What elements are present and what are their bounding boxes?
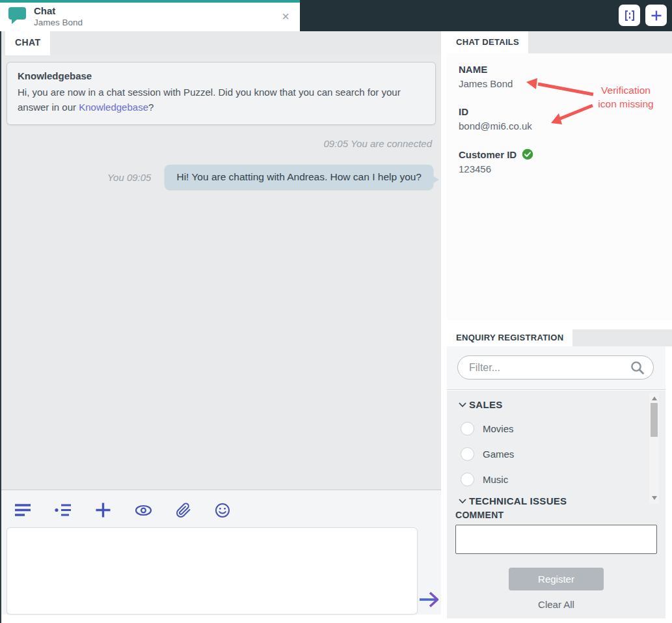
chat-tab-row: CHAT [1,31,441,55]
field-label-customer-id: Customer ID [459,149,517,160]
header-actions [619,5,667,26]
chat-bubble-icon [8,7,27,27]
top-bar: Chat James Bond × [0,0,672,31]
right-panel: CHAT DETAILS NAME James Bond ID bond@mi6… [447,31,672,623]
list-scrollbar[interactable] [649,393,659,504]
knowledgebase-message: Knowledgebase Hi, you are now in a chat … [7,62,436,125]
attachment-icon[interactable] [176,503,191,518]
enquiry-tab-row: ENQUIRY REGISTRATION [447,329,672,346]
agent-message-row: You 09:05 Hi! You are chatting with Andr… [7,165,436,189]
group-label: SALES [469,399,503,410]
arrow-right-icon [418,589,442,610]
group-label: TECHNICAL ISSUES [469,495,567,506]
message-bubble: Hi! You are chatting with Andreas. How c… [165,165,433,189]
scrollbar-thumb[interactable] [651,403,658,437]
chat-message-area: Knowledgebase Hi, you are now in a chat … [1,55,441,490]
panel-divider [441,31,447,623]
knowledgebase-text-after: ? [148,102,154,113]
verified-check-icon [522,148,533,160]
knowledgebase-link[interactable]: Knowledgebase [79,102,148,113]
radio-movies[interactable] [461,422,474,436]
field-value-name: James Bond [459,78,660,89]
plus-icon[interactable] [95,502,111,518]
message-input[interactable] [7,527,418,615]
field-value-customer-id: 123456 [459,163,660,174]
filter-field[interactable] [457,355,654,380]
comment-section: COMMENT Register Clear All [447,505,665,618]
option-games[interactable]: Games [447,447,665,461]
active-session-tab[interactable]: Chat James Bond × [0,0,300,31]
knowledgebase-text-before: Hi, you are now in a chat session with P… [18,87,401,113]
option-label: Music [483,474,508,485]
comment-input[interactable] [455,525,657,554]
enquiry-filter-section [447,346,665,390]
session-tab-subtitle: James Bond [34,18,83,29]
send-message-button[interactable] [418,589,442,612]
register-button[interactable]: Register [509,568,604,590]
scroll-down-icon[interactable] [652,496,657,500]
group-header-sales[interactable]: SALES [447,399,665,410]
radio-games[interactable] [461,447,474,461]
option-label: Games [483,449,514,460]
connected-status: 09:05 You are connected [7,138,432,149]
tab-enquiry-registration[interactable]: ENQUIRY REGISTRATION [447,329,572,346]
composer [1,490,441,615]
knowledgebase-title: Knowledgebase [18,70,425,81]
split-view-icon [623,9,636,22]
chat-details-panel: NAME James Bond ID bond@mi6.co.uk Custom… [447,53,672,320]
filter-input[interactable] [458,362,630,374]
close-tab-icon[interactable]: × [278,8,293,24]
comment-label: COMMENT [455,510,657,520]
new-tab-plus-icon [650,9,663,22]
new-tab-button[interactable] [645,5,667,26]
option-movies[interactable]: Movies [447,422,665,436]
scroll-up-icon[interactable] [652,396,657,400]
annotation-arrows [447,53,672,320]
group-header-technical-issues[interactable]: TECHNICAL ISSUES [447,495,665,506]
chevron-down-icon [459,499,466,504]
chat-details-tab-row: CHAT DETAILS [447,31,672,53]
session-tab-title: Chat [34,5,83,18]
message-meta: You 09:05 [107,172,152,183]
tab-chat[interactable]: CHAT [5,31,50,55]
knowledgebase-text: Hi, you are now in a chat session with P… [18,85,408,115]
chat-panel: CHAT Knowledgebase Hi, you are now in a … [1,31,441,623]
chevron-down-icon [459,402,466,408]
clear-all-link[interactable]: Clear All [455,599,657,610]
emoji-icon[interactable] [215,503,230,518]
field-label-id: ID [459,106,660,117]
composer-toolbar [14,502,230,518]
preview-eye-icon[interactable] [135,505,152,516]
tab-chat-details[interactable]: CHAT DETAILS [447,31,528,53]
option-label: Movies [483,423,514,434]
align-left-icon[interactable] [14,503,31,517]
list-icon[interactable] [55,503,72,517]
split-view-button[interactable] [619,5,640,26]
radio-music[interactable] [461,473,474,486]
field-value-id: bond@mi6.co.uk [459,120,660,132]
field-label-name: NAME [459,64,660,75]
option-music[interactable]: Music [447,473,665,486]
search-icon[interactable] [630,361,645,375]
category-list: SALES Movies Games Music TECHNICAL ISSUE… [447,391,665,506]
